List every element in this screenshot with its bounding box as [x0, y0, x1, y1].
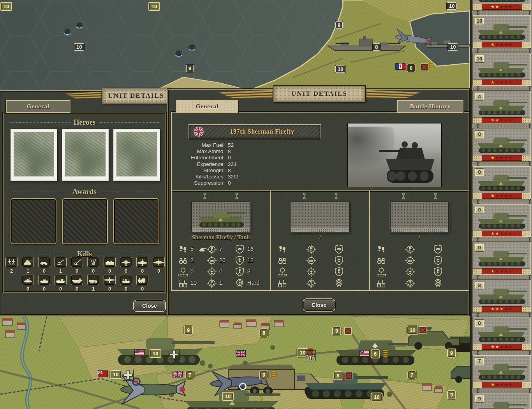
kill-count-capital-ship: 0: [55, 286, 67, 292]
hard-attack-icon: [207, 256, 217, 266]
hex-strength-label[interactable]: 8: [260, 329, 268, 337]
unit-strength-badge: 0: [475, 206, 484, 214]
stat-value: 8: [228, 167, 231, 174]
card-chain-links: [473, 350, 531, 355]
sidebar-unit-card[interactable]: 0★★★★★: [473, 166, 531, 199]
unit-roster-sidebar[interactable]: ★★★★★10★★★★★10★★★★★4★★★★★0★★★★★0★★★★★0★★…: [470, 0, 532, 409]
hex-strength-label[interactable]: 10: [1, 3, 11, 10]
stat-label: Experience:: [172, 161, 225, 167]
tab-general-left-dialog[interactable]: General: [6, 100, 70, 113]
hex-strength-label[interactable]: 9: [448, 391, 455, 398]
stat-row: Max Fuel:52: [172, 142, 292, 148]
movement-icon: [178, 244, 188, 254]
sidebar-unit-card[interactable]: 0★★★★★: [473, 242, 531, 275]
heroes-awards-kills-panel: Heroes Awards Kills 210100000000001000: [3, 113, 166, 293]
hard-attack-value: 20: [219, 257, 225, 263]
dialog-title-plaque: UNIT DETAILS: [102, 88, 170, 104]
sidebar-unit-card[interactable]: 0★★★★★: [473, 204, 531, 237]
kill-count-infantry: 2: [5, 268, 18, 274]
hex-strength-label[interactable]: 8: [407, 64, 415, 72]
hex-strength-label[interactable]: 10: [223, 393, 233, 400]
hex-strength-label[interactable]: 9: [260, 371, 268, 379]
hex-strength-label[interactable]: 10: [335, 65, 345, 73]
kill-type-recon-icon: [38, 257, 50, 267]
card-chain-links: [473, 86, 531, 91]
sidebar-unit-card[interactable]: 0★★★★★: [473, 317, 531, 350]
hex-strength-label[interactable]: 10: [74, 43, 84, 51]
hard-attack-icon: [405, 256, 415, 266]
hex-strength-label[interactable]: 10: [111, 371, 121, 378]
target-type-value: Hard: [247, 280, 259, 286]
soft-attack-icon: [405, 244, 415, 254]
sidebar-unit-card[interactable]: 0★★★★★: [473, 129, 531, 161]
hex-strength-label[interactable]: 10: [149, 3, 159, 10]
experience-stars-banner: ★★★★★: [482, 306, 522, 312]
experience-stars-banner: ★★★★★: [482, 268, 522, 274]
map-top[interactable]: 1010101010998108: [0, 0, 470, 90]
sidebar-unit-card[interactable]: 10★★★★★: [473, 15, 531, 48]
close-defense-icon: [433, 267, 443, 277]
hex-strength-label[interactable]: 9: [333, 327, 340, 335]
hex-strength-label[interactable]: 9: [335, 21, 343, 29]
card-chain-links: [473, 312, 531, 317]
award-slot-empty: [113, 198, 159, 244]
initiative-value: 10: [190, 280, 197, 286]
hex-strength-label[interactable]: 10: [448, 43, 458, 51]
unit-name: 197th Sherman Firefly: [204, 128, 321, 135]
soft-attack-icon: [207, 244, 217, 254]
hero-photo-slot: [113, 129, 160, 181]
hex-strength-label[interactable]: 10: [407, 326, 417, 334]
card-chain-links: [473, 48, 531, 53]
stat-row: Strength:8: [172, 167, 292, 174]
unit-photo: [347, 123, 442, 187]
map-bottom[interactable]: 9891010106910798710109: [0, 316, 470, 409]
range-icon: [376, 267, 386, 277]
tab-battle-history[interactable]: Battle History: [397, 100, 463, 113]
naval-attack-icon: [405, 278, 415, 288]
hex-strength-label[interactable]: 9: [186, 65, 194, 72]
ammo-gold-icon: [271, 370, 277, 379]
movement-value: 5: [190, 246, 194, 252]
unit-strength-badge: 0: [475, 168, 484, 176]
stat-label: Entrenchment:: [172, 155, 225, 161]
unit-strength-badge: 10: [475, 17, 484, 25]
ground-defense-icon: [433, 244, 443, 254]
unit-strength-badge: 8: [475, 282, 484, 289]
hex-strength-label[interactable]: 9: [185, 326, 192, 334]
hex-strength-label[interactable]: 10: [372, 393, 382, 401]
stat-label: Strength:: [172, 167, 225, 174]
hard-attack-icon: [306, 256, 316, 266]
hex-strength-label[interactable]: 7: [408, 371, 416, 379]
hex-strength-label[interactable]: 8: [373, 43, 380, 51]
kill-count-air-transport: 0: [104, 286, 116, 292]
kill-count-anti-tank: 1: [55, 268, 67, 274]
kill-count-tactical-bomber: 0: [136, 268, 148, 274]
kill-count-submarine: 0: [22, 286, 34, 292]
x-marker-icon: [345, 372, 352, 379]
close-button[interactable]: Close: [303, 299, 335, 311]
hero-photo-empty: [14, 132, 54, 176]
kill-count-fortification: 0: [104, 268, 116, 274]
wing-ornament-left-dialog: [65, 91, 102, 100]
hex-strength-label[interactable]: 7: [186, 371, 194, 379]
air-defense-icon: [334, 256, 344, 265]
sidebar-unit-card[interactable]: 8★★★★★: [473, 280, 531, 312]
tab-general[interactable]: General: [176, 100, 238, 113]
sidebar-unit-card[interactable]: 4★★★★★: [473, 91, 531, 123]
sidebar-unit-card[interactable]: 10★★★★★: [473, 53, 531, 86]
hex-strength-label[interactable]: 9: [448, 349, 455, 357]
air-defense-icon: [235, 256, 245, 265]
target-type-icon: [235, 278, 245, 288]
stat-value: 231: [228, 161, 237, 167]
uk-flag-roundel: [194, 127, 204, 137]
sidebar-unit-card[interactable]: 7★★★★★: [473, 355, 531, 388]
close-button-secondary[interactable]: Close: [134, 300, 165, 311]
sidebar-unit-card[interactable]: 9★★★★★: [473, 393, 531, 409]
sidebar-unit-card[interactable]: ★★★★★: [473, 0, 531, 10]
kill-type-land-transport-icon: [87, 275, 99, 285]
hex-strength-label[interactable]: 10: [150, 350, 160, 357]
hex-strength-label[interactable]: 8: [334, 372, 342, 379]
hex-strength-label[interactable]: 10: [447, 2, 457, 10]
experience-stars-banner: ★★★★★: [482, 344, 522, 350]
hex-strength-label[interactable]: 6: [372, 350, 379, 358]
